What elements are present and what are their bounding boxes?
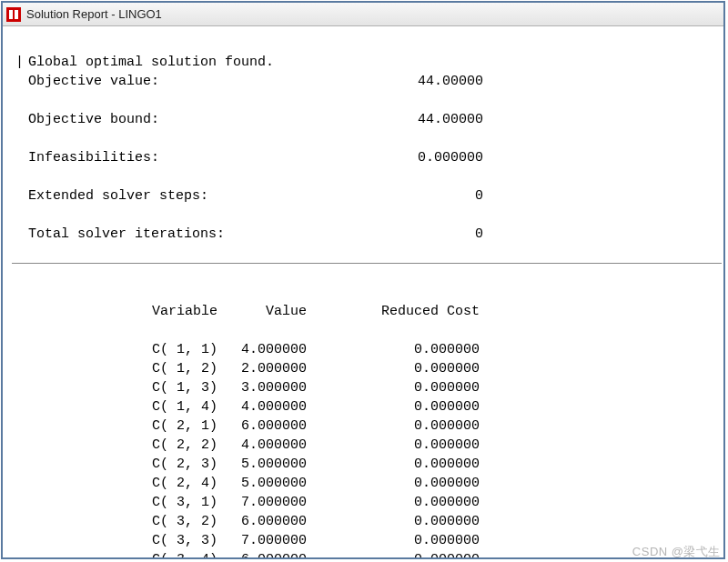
summary-label: Infeasibilities: (28, 148, 356, 167)
summary-label: Objective bound: (28, 110, 356, 129)
table-row: C( 3, 4)6.0000000.000000 (15, 550, 711, 557)
cell-value: 5.000000 (161, 474, 307, 493)
summary-label: Extended solver steps: (28, 186, 356, 206)
cell-reduced-cost: 0.000000 (307, 416, 489, 436)
cell-reduced-cost: 0.000000 (307, 512, 489, 531)
cell-reduced-cost: 0.000000 (307, 474, 489, 493)
cell-value: 7.000000 (161, 493, 307, 512)
status-line: Global optimal solution found. (28, 55, 274, 70)
summary-value: 0 (356, 186, 483, 206)
cell-value: 4.000000 (161, 340, 307, 359)
cell-reduced-cost: 0.000000 (307, 455, 489, 474)
table-row: C( 1, 4)4.0000000.000000 (15, 397, 711, 416)
summary-label: Objective value: (28, 72, 356, 91)
table-row: C( 2, 3)5.0000000.000000 (15, 455, 711, 474)
cell-variable: C( 1, 1) (15, 340, 161, 359)
summary-row: Extended solver steps:0 (15, 186, 711, 206)
cell-reduced-cost: 0.000000 (307, 397, 489, 416)
cell-value: 3.000000 (161, 378, 307, 397)
col-header-value: Value (161, 302, 307, 321)
table-row: C( 1, 1)4.0000000.000000 (15, 340, 711, 359)
divider (12, 263, 722, 264)
cell-variable: C( 3, 3) (15, 531, 161, 550)
svg-rect-2 (15, 10, 18, 19)
table-row: C( 2, 4)5.0000000.000000 (15, 474, 711, 493)
svg-rect-0 (6, 7, 21, 22)
summary-row: Objective value:44.00000 (15, 72, 711, 91)
table-row: C( 3, 3)7.0000000.000000 (15, 531, 711, 550)
cell-variable: C( 1, 2) (15, 359, 161, 378)
cell-value: 6.000000 (161, 512, 307, 531)
cell-variable: C( 2, 4) (15, 474, 161, 493)
app-window: Solution Report - LINGO1 |Global optimal… (1, 1, 725, 559)
cell-variable: C( 1, 3) (15, 378, 161, 397)
cell-value: 6.000000 (161, 550, 307, 557)
cell-value: 7.000000 (161, 531, 307, 550)
cell-reduced-cost: 0.000000 (307, 359, 489, 378)
col-header-variable: Variable (15, 302, 161, 321)
watermark: CSDN @梁弋生 (632, 544, 721, 560)
cell-value: 4.000000 (161, 436, 307, 455)
col-header-reduced-cost: Reduced Cost (307, 302, 489, 321)
cell-reduced-cost: 0.000000 (307, 436, 489, 455)
cell-value: 4.000000 (161, 397, 307, 416)
cell-reduced-cost: 0.000000 (307, 531, 489, 550)
titlebar[interactable]: Solution Report - LINGO1 (3, 3, 723, 26)
summary-row: Infeasibilities:0.000000 (15, 148, 711, 167)
cell-value: 6.000000 (161, 416, 307, 436)
svg-rect-1 (9, 10, 13, 19)
cell-variable: C( 3, 1) (15, 493, 161, 512)
table-row: C( 2, 1)6.0000000.000000 (15, 416, 711, 436)
summary-row: Objective bound:44.00000 (15, 110, 711, 129)
table-body: C( 1, 1)4.0000000.000000C( 1, 2)2.000000… (15, 340, 711, 557)
cell-reduced-cost: 0.000000 (307, 340, 489, 359)
table-row: C( 1, 3)3.0000000.000000 (15, 378, 711, 397)
summary-value: 0 (356, 225, 483, 244)
cell-reduced-cost: 0.000000 (307, 493, 489, 512)
report-content: |Global optimal solution found. Objectiv… (3, 26, 723, 557)
cell-reduced-cost: 0.000000 (307, 378, 489, 397)
cell-value: 2.000000 (161, 359, 307, 378)
cell-variable: C( 3, 2) (15, 512, 161, 531)
cell-variable: C( 1, 4) (15, 397, 161, 416)
summary-value: 44.00000 (356, 72, 483, 91)
cell-value: 5.000000 (161, 455, 307, 474)
cell-variable: C( 2, 1) (15, 416, 161, 436)
table-header: VariableValueReduced Cost (15, 302, 711, 321)
app-icon (6, 7, 21, 22)
cell-variable: C( 2, 3) (15, 455, 161, 474)
summary-value: 0.000000 (356, 148, 483, 167)
cell-reduced-cost: 0.000000 (307, 550, 489, 557)
window-title: Solution Report - LINGO1 (26, 7, 162, 21)
table-row: C( 1, 2)2.0000000.000000 (15, 359, 711, 378)
summary-value: 44.00000 (356, 110, 483, 129)
cell-variable: C( 2, 2) (15, 436, 161, 455)
cell-variable: C( 3, 4) (15, 550, 161, 557)
table-row: C( 3, 1)7.0000000.000000 (15, 493, 711, 512)
table-row: C( 2, 2)4.0000000.000000 (15, 436, 711, 455)
summary-row: Total solver iterations:0 (15, 225, 711, 244)
table-row: C( 3, 2)6.0000000.000000 (15, 512, 711, 531)
summary-label: Total solver iterations: (28, 225, 356, 244)
